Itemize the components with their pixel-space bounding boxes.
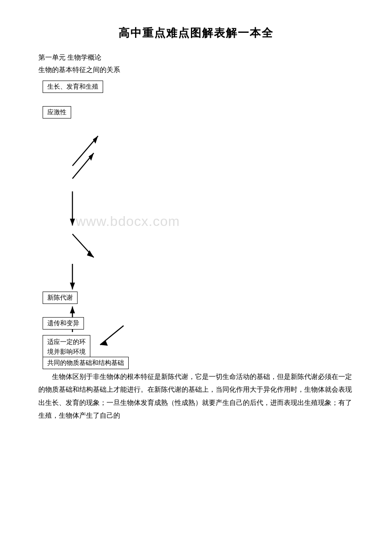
svg-marker-1 <box>93 136 98 144</box>
svg-marker-3 <box>89 153 94 161</box>
svg-line-12 <box>100 326 124 345</box>
box-metabolism: 新陈代谢 <box>43 292 78 304</box>
sub-title: 生物的基本特征之间的关系 <box>38 66 358 75</box>
paragraph: 生物体区别于非生物体的根本特征是新陈代谢，它是一切生命活动的基础，但是新陈代谢必… <box>38 370 354 422</box>
section-title: 第一单元 生物学概论 <box>38 53 358 62</box>
svg-marker-9 <box>70 283 75 289</box>
box-adapt: 适应一定的环境并影响环境 <box>43 335 90 358</box>
page-title: 高中重点难点图解表解一本全 <box>34 26 358 40</box>
svg-marker-5 <box>70 219 75 225</box>
box-material: 共同的物质基础和结构基础 <box>43 357 129 369</box>
box-heredity: 遗传和变异 <box>43 317 84 330</box>
svg-marker-11 <box>70 306 75 313</box>
diagram-area: www.bdocx.com 生长、发育和生殖 应激性 新陈代谢 遗传和变异 <box>38 81 217 362</box>
